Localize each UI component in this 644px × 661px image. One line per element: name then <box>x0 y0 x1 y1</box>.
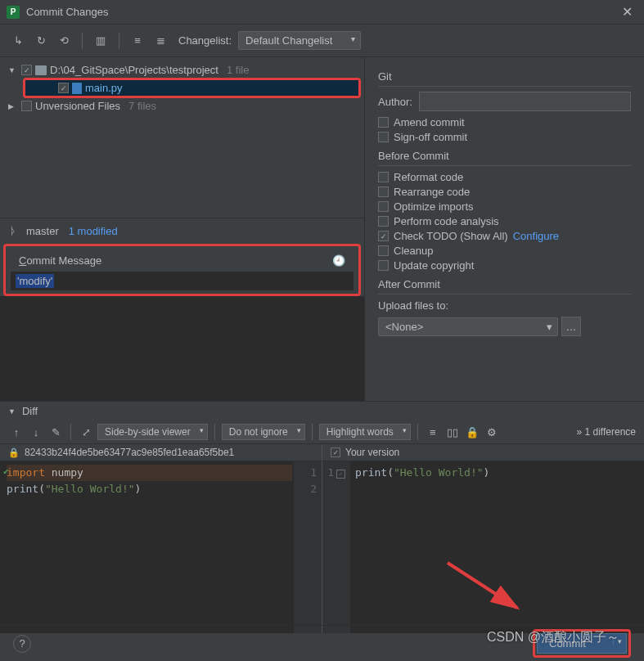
lock-icon: 🔒 <box>8 447 20 458</box>
revert-icon[interactable]: ⟲ <box>56 33 72 49</box>
after-commit-title: After Commit <box>378 278 631 295</box>
help-button[interactable]: ? <box>13 635 31 653</box>
diff-code-panels: ✔ import numpy print("Hello World!") 1 2… <box>0 461 644 633</box>
upload-label: Upload files to: <box>378 299 448 312</box>
commit-button[interactable]: Commit <box>537 633 627 654</box>
right-code-panel[interactable]: 1✓ print("Hello World!") <box>322 461 644 633</box>
gear-icon[interactable]: ⚙ <box>484 424 500 440</box>
annotation-highlight: Commit <box>533 629 631 658</box>
amend-option[interactable]: Amend commit <box>378 116 631 128</box>
left-rev-hash: 82433b24f4de5be63477ac9e85fed1eaa65f5be1 <box>25 447 234 458</box>
left-code-panel[interactable]: ✔ import numpy print("Hello World!") 1 2 <box>0 461 322 633</box>
prev-diff-icon[interactable]: ↑ <box>8 424 25 440</box>
separator <box>119 33 119 49</box>
close-icon[interactable]: ✕ <box>617 4 637 20</box>
edit-icon[interactable]: ✎ <box>47 424 64 440</box>
commit-message-extra[interactable] <box>0 296 364 402</box>
checkbox[interactable] <box>378 132 389 142</box>
sync-scroll-icon[interactable]: ▯▯ <box>444 424 461 440</box>
annotation-highlight: main.py <box>23 78 361 98</box>
history-icon[interactable]: 🕘 <box>332 254 345 267</box>
tree-file-name: main.py <box>85 82 123 94</box>
signoff-option[interactable]: Sign-off commit <box>378 131 631 143</box>
chevron-right-icon[interactable]: ▶ <box>8 102 18 110</box>
separator <box>214 424 215 440</box>
diff-section: ▼ Diff ↑ ↓ ✎ ⤢ Side-by-side viewer Do no… <box>0 401 644 633</box>
viewer-mode-dropdown[interactable]: Side-by-side viewer <box>97 424 208 440</box>
branch-icon: ᚦ <box>10 225 16 237</box>
tree-root-count: 1 file <box>227 64 249 76</box>
tree-root-path: D:\04_GitSpace\Projects\testproject <box>50 64 218 76</box>
window-title: Commit Changes <box>26 6 617 18</box>
checkbox[interactable] <box>21 101 32 111</box>
before-commit-title: Before Commit <box>378 150 631 166</box>
lock-icon[interactable]: 🔒 <box>464 424 480 440</box>
todo-option[interactable]: Check TODO (Show All) Configure <box>378 230 631 242</box>
diff-title: Diff <box>22 405 38 417</box>
unversioned-label: Unversioned Files <box>35 100 120 112</box>
collapse-unchanged-icon[interactable]: ≡ <box>425 424 441 440</box>
cleanup-option[interactable]: Cleanup <box>378 245 631 257</box>
copyright-option[interactable]: Update copyright <box>378 259 631 272</box>
optimize-option[interactable]: Optimize imports <box>378 200 631 213</box>
browse-button[interactable]: … <box>561 317 581 336</box>
separator <box>82 33 83 49</box>
checkbox[interactable] <box>378 231 389 241</box>
right-gutter: 1✓ <box>322 461 350 633</box>
rearrange-option[interactable]: Rearrange code <box>378 186 631 198</box>
commit-message-label: Commit Message <box>19 254 101 267</box>
python-file-icon <box>72 83 82 94</box>
options-panel: Git Author: Amend commit Sign-off commit… <box>364 57 644 401</box>
upload-dropdown[interactable]: <None> <box>378 317 558 336</box>
analysis-option[interactable]: Perform code analysis <box>378 215 631 227</box>
refresh-icon[interactable]: ↻ <box>33 33 49 49</box>
checkbox[interactable]: ✓ <box>331 447 340 457</box>
changes-panel: ▼ D:\04_GitSpace\Projects\testproject 1 … <box>0 57 364 401</box>
next-diff-icon[interactable]: ↓ <box>28 424 44 440</box>
group-icon[interactable]: ▥ <box>92 33 109 49</box>
checkbox[interactable] <box>378 172 389 182</box>
vcs-status: ᚦ master 1 modified <box>0 218 364 244</box>
unversioned-count: 7 files <box>128 100 156 112</box>
tree-unversioned-row[interactable]: ▶ Unversioned Files 7 files <box>0 98 364 114</box>
chevron-down-icon[interactable]: ▼ <box>8 407 16 416</box>
branch-name: master <box>26 225 59 237</box>
checkbox[interactable] <box>21 65 32 75</box>
right-rev-label: Your version <box>345 447 399 458</box>
separator <box>312 424 313 440</box>
checkbox[interactable] <box>378 201 389 212</box>
tree-root-row[interactable]: ▼ D:\04_GitSpace\Projects\testproject 1 … <box>0 62 364 78</box>
ignore-mode-dropdown[interactable]: Do not ignore <box>222 424 305 440</box>
checkbox[interactable] <box>378 260 389 271</box>
amend-icon[interactable]: ↳ <box>10 33 26 49</box>
checkbox[interactable] <box>58 83 69 93</box>
author-label: Author: <box>378 96 412 108</box>
left-revision: 🔒 82433b24f4de5be63477ac9e85fed1eaa65f5b… <box>0 444 322 461</box>
commit-toolbar: ↳ ↻ ⟲ ▥ ≡ ≣ Changelist: Default Changeli… <box>0 25 644 57</box>
changelist-label: Changelist: <box>178 34 232 47</box>
checkbox[interactable] <box>378 216 389 227</box>
changes-tree: ▼ D:\04_GitSpace\Projects\testproject 1 … <box>0 57 364 119</box>
chevron-down-icon[interactable]: ▼ <box>8 66 18 74</box>
annotation-highlight: Commit Message 🕘 'modify' <box>3 244 361 296</box>
modified-link[interactable]: 1 modified <box>69 225 118 237</box>
highlight-mode-dropdown[interactable]: Highlight words <box>319 424 411 440</box>
tree-file-row[interactable]: main.py <box>25 80 358 96</box>
sync-icon[interactable]: ⤢ <box>78 424 94 440</box>
commit-message-text: 'modify' <box>16 274 54 288</box>
expand-icon[interactable]: ≡ <box>129 33 146 49</box>
title-bar: P Commit Changes ✕ <box>0 0 644 25</box>
separator <box>417 424 418 440</box>
commit-message-input[interactable]: 'modify' <box>11 272 354 290</box>
checkbox[interactable] <box>378 117 389 128</box>
changelist-dropdown[interactable]: Default Changelist <box>238 31 361 50</box>
separator <box>70 424 71 440</box>
commit-message-header: Commit Message 🕘 <box>11 250 354 272</box>
reformat-option[interactable]: Reformat code <box>378 171 631 183</box>
git-section-title: Git <box>378 70 631 87</box>
configure-link[interactable]: Configure <box>513 230 559 242</box>
checkbox[interactable] <box>378 245 389 256</box>
author-input[interactable] <box>419 92 631 111</box>
collapse-icon[interactable]: ≣ <box>152 33 169 49</box>
checkbox[interactable] <box>378 187 389 197</box>
